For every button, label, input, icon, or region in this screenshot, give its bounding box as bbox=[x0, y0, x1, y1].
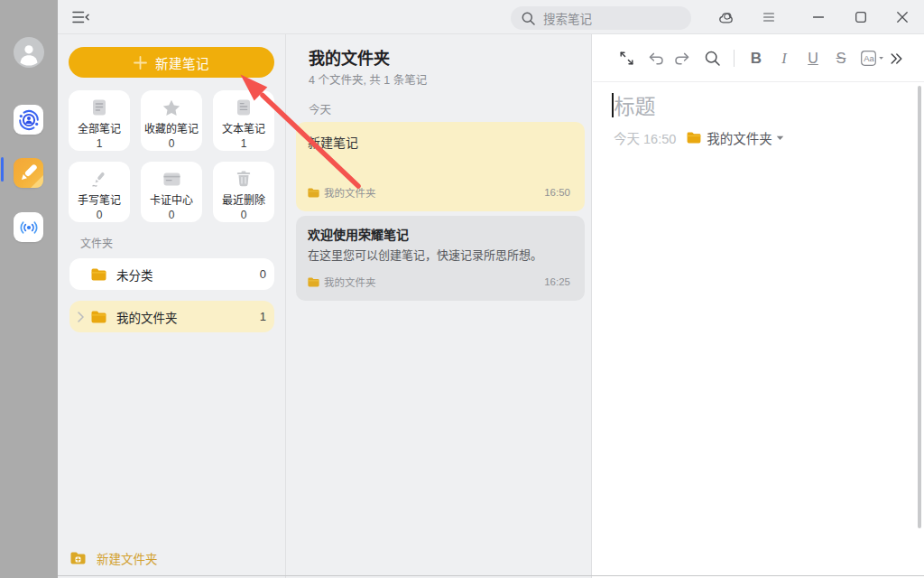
folder-icon bbox=[308, 277, 319, 287]
note-preview: 在这里您可以创建笔记，快速记录所思所想。 bbox=[308, 246, 542, 263]
new-folder-label: 新建文件夹 bbox=[97, 549, 158, 567]
folder-icon bbox=[91, 268, 106, 281]
strikethrough-button[interactable]: S bbox=[829, 34, 853, 82]
note-card-selected[interactable]: 新建笔记 我的文件夹 16:50 bbox=[296, 122, 585, 211]
font-style-icon: Aa bbox=[861, 51, 884, 66]
maximize-button[interactable] bbox=[855, 0, 867, 34]
note-title-input[interactable]: 标题 bbox=[612, 89, 656, 120]
trash-icon bbox=[236, 171, 251, 187]
minimize-button[interactable] bbox=[812, 0, 825, 34]
note-card[interactable]: 欢迎使用荣耀笔记 在这里您可以创建笔记，快速记录所思所想。 我的文件夹 16:2… bbox=[296, 216, 585, 301]
minimize-icon bbox=[813, 16, 824, 18]
note-time: 16:25 bbox=[544, 276, 570, 287]
note-title: 新建笔记 bbox=[308, 133, 358, 151]
folder-icon bbox=[687, 132, 701, 144]
cloud-sync-button[interactable] bbox=[717, 0, 734, 34]
category-handwriting[interactable]: 手写笔记 0 bbox=[69, 162, 130, 222]
undo-icon bbox=[648, 52, 664, 65]
note-time: 16:50 bbox=[544, 187, 570, 198]
folder-icon bbox=[308, 188, 319, 198]
editor-toolbar: B I U S Aa bbox=[593, 34, 924, 82]
folders-section-label: 文件夹 bbox=[80, 235, 113, 250]
note-folder-label: 我的文件夹 bbox=[324, 275, 376, 289]
gallery-app-icon bbox=[18, 109, 40, 131]
search-in-note-button[interactable] bbox=[700, 34, 724, 82]
new-folder-button[interactable]: 新建文件夹 bbox=[70, 550, 158, 566]
maximize-icon bbox=[855, 12, 866, 23]
category-text-notes[interactable]: 文本笔记 1 bbox=[213, 90, 274, 151]
notes-app-icon bbox=[14, 158, 43, 188]
italic-icon: I bbox=[781, 50, 787, 68]
menu-icon bbox=[763, 13, 774, 22]
plus-icon bbox=[134, 56, 147, 70]
window-bottom-edge bbox=[58, 575, 924, 576]
search-placeholder: 搜索笔记 bbox=[543, 9, 592, 27]
active-app-indicator bbox=[1, 157, 4, 182]
note-meta-row: 今天 16:50 我的文件夹 bbox=[614, 130, 784, 145]
note-group-label: 今天 bbox=[309, 100, 331, 117]
category-card-center[interactable]: 卡证中心 0 bbox=[141, 162, 202, 222]
category-favorites[interactable]: 收藏的笔记 0 bbox=[141, 90, 202, 151]
all-notes-icon bbox=[92, 99, 106, 116]
strikethrough-icon: S bbox=[836, 50, 845, 67]
expand-editor-button[interactable] bbox=[614, 34, 638, 82]
underline-button[interactable]: U bbox=[801, 34, 825, 82]
sidebar: 新建笔记 全部笔记 1 收藏的笔记 0 bbox=[58, 34, 286, 578]
underline-icon: U bbox=[808, 51, 818, 67]
dock-app-broadcast[interactable] bbox=[14, 212, 43, 242]
collapse-sidebar-button[interactable] bbox=[72, 11, 89, 23]
toolbar-separator bbox=[734, 50, 735, 67]
dock-app-gallery[interactable] bbox=[14, 105, 43, 135]
svg-text:Aa: Aa bbox=[864, 53, 874, 63]
folder-icon bbox=[91, 311, 106, 323]
folder-row-uncategorized[interactable]: 未分类 0 bbox=[69, 258, 274, 290]
editor-panel: B I U S Aa 标题 bbox=[593, 34, 924, 578]
note-list-subtitle: 4 个文件夹, 共 1 条笔记 bbox=[309, 70, 427, 88]
title-bar: 搜索笔记 bbox=[58, 0, 924, 34]
close-icon bbox=[897, 12, 908, 23]
category-recently-deleted[interactable]: 最近删除 0 bbox=[213, 162, 274, 222]
note-folder-label: 我的文件夹 bbox=[324, 185, 376, 200]
note-timestamp: 今天 16:50 bbox=[614, 128, 676, 147]
folder-row-my-folder[interactable]: 我的文件夹 1 bbox=[69, 301, 274, 332]
new-folder-icon bbox=[70, 552, 86, 564]
notes-app-window: 搜索笔记 bbox=[0, 0, 924, 578]
title-placeholder: 标题 bbox=[614, 89, 656, 120]
user-avatar[interactable] bbox=[14, 37, 44, 68]
undo-button[interactable] bbox=[644, 34, 668, 82]
dropdown-caret-icon bbox=[776, 135, 784, 141]
category-all-notes[interactable]: 全部笔记 1 bbox=[69, 90, 130, 151]
dock-rail bbox=[0, 0, 58, 578]
expand-chevron-icon bbox=[78, 312, 84, 322]
cloud-sync-icon bbox=[719, 12, 733, 23]
editor-scrollbar[interactable] bbox=[918, 86, 921, 528]
note-list-panel: 我的文件夹 4 个文件夹, 共 1 条笔记 今天 新建笔记 我的文件夹 16:5… bbox=[286, 34, 592, 578]
note-title: 欢迎使用荣耀笔记 bbox=[308, 225, 409, 243]
text-cursor bbox=[612, 93, 614, 117]
broadcast-app-icon bbox=[18, 217, 40, 238]
close-button[interactable] bbox=[896, 0, 909, 34]
search-icon bbox=[522, 12, 535, 25]
italic-button[interactable]: I bbox=[772, 34, 796, 82]
redo-icon bbox=[674, 52, 690, 65]
expand-icon bbox=[620, 51, 633, 65]
card-center-icon bbox=[163, 172, 180, 186]
search-icon bbox=[705, 51, 720, 66]
text-notes-icon bbox=[236, 99, 251, 116]
note-folder-selector[interactable]: 我的文件夹 bbox=[707, 128, 772, 147]
collapse-sidebar-icon bbox=[72, 11, 89, 23]
person-icon bbox=[14, 37, 44, 68]
bold-icon: B bbox=[751, 50, 762, 68]
search-notes-input[interactable]: 搜索笔记 bbox=[511, 6, 691, 30]
new-note-label: 新建笔记 bbox=[155, 53, 209, 72]
dock-app-notes[interactable] bbox=[14, 158, 43, 188]
handwriting-pen-icon bbox=[90, 171, 108, 188]
redo-button[interactable] bbox=[670, 34, 694, 82]
new-note-button[interactable]: 新建笔记 bbox=[69, 47, 274, 78]
note-list-title: 我的文件夹 bbox=[309, 45, 390, 69]
favorites-star-icon bbox=[162, 99, 180, 117]
more-tools-button[interactable] bbox=[885, 34, 907, 82]
main-menu-button[interactable] bbox=[762, 0, 774, 34]
double-chevron-icon bbox=[891, 53, 902, 64]
bold-button[interactable]: B bbox=[744, 34, 768, 82]
